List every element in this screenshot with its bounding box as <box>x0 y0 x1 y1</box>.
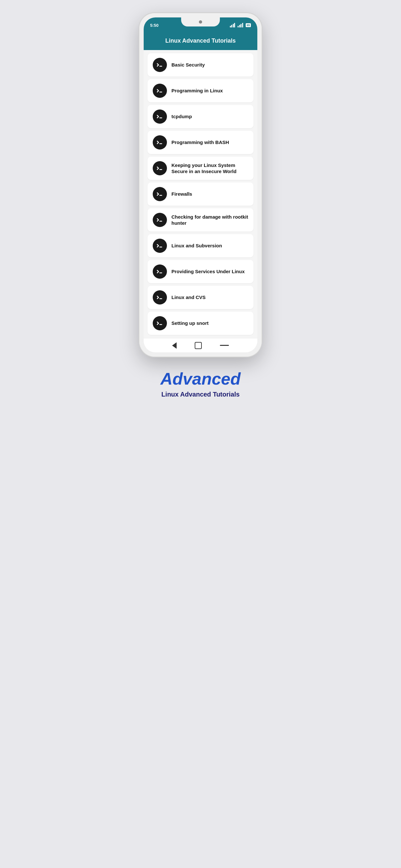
list-item[interactable]: Linux and Subversion <box>148 234 253 257</box>
bar8 <box>242 23 243 27</box>
status-time: 5:50 <box>150 23 158 28</box>
item-label: Checking for damage with rootkit hunter <box>172 214 248 226</box>
terminal-icon <box>153 58 167 72</box>
terminal-icon <box>153 187 167 201</box>
item-label: Programming in Linux <box>172 88 223 94</box>
terminal-icon <box>153 213 167 227</box>
terminal-icon <box>153 290 167 305</box>
app-header: Linux Advanced Tutorials <box>144 33 257 50</box>
item-label: Programming with BASH <box>172 139 229 146</box>
status-icons: 65 <box>230 23 251 27</box>
terminal-icon <box>153 265 167 279</box>
list-item[interactable]: Programming with BASH <box>148 131 253 154</box>
terminal-icon <box>153 239 167 253</box>
terminal-svg <box>156 61 164 69</box>
bottom-section: Advanced Linux Advanced Tutorials <box>154 370 247 398</box>
home-button[interactable] <box>195 342 202 349</box>
item-label: Basic Security <box>172 62 205 68</box>
bar6 <box>239 25 240 27</box>
item-label: Linux and Subversion <box>172 243 222 249</box>
list-item[interactable]: tcpdump <box>148 105 253 128</box>
terminal-icon <box>153 110 167 124</box>
list-item[interactable]: Programming in Linux <box>148 79 253 102</box>
advanced-label: Advanced <box>160 370 241 388</box>
bar3 <box>233 24 234 27</box>
list-item[interactable]: Linux and CVS <box>148 286 253 309</box>
app-title: Linux Advanced Tutorials <box>165 37 236 44</box>
list-item[interactable]: Keeping your Linux System Secure in an I… <box>148 157 253 180</box>
item-label: Setting up snort <box>172 320 209 327</box>
recent-button[interactable] <box>220 345 229 346</box>
page-wrapper: 5:50 <box>126 13 275 398</box>
terminal-svg <box>156 164 164 172</box>
bar4 <box>234 23 235 27</box>
terminal-svg <box>156 268 164 275</box>
item-label: Linux and CVS <box>172 294 206 301</box>
bar7 <box>241 24 242 27</box>
terminal-svg <box>156 216 164 224</box>
list-item[interactable]: Providing Services Under Linux <box>148 260 253 283</box>
item-label: Firewalls <box>172 191 192 197</box>
phone-shell: 5:50 <box>139 13 262 357</box>
terminal-svg <box>156 113 164 120</box>
bar5 <box>238 26 239 27</box>
terminal-svg <box>156 319 164 327</box>
signal-bars-1 <box>230 23 235 27</box>
bottom-nav <box>144 338 257 352</box>
signal-bars-2 <box>238 23 243 27</box>
list-item[interactable]: Firewalls <box>148 182 253 206</box>
terminal-icon <box>153 84 167 98</box>
bar2 <box>231 25 232 27</box>
advanced-subtitle: Linux Advanced Tutorials <box>160 391 241 398</box>
camera-dot <box>199 20 202 24</box>
item-label: Keeping your Linux System Secure in an I… <box>172 162 248 175</box>
list-item[interactable]: Checking for damage with rootkit hunter <box>148 208 253 231</box>
terminal-icon <box>153 161 167 175</box>
item-label: tcpdump <box>172 113 192 120</box>
battery-indicator: 65 <box>246 23 251 27</box>
terminal-icon <box>153 135 167 150</box>
phone-screen: 5:50 <box>144 18 257 352</box>
list-item[interactable]: Setting up snort <box>148 312 253 335</box>
list-item[interactable]: Basic Security <box>148 53 253 76</box>
bar1 <box>230 26 231 27</box>
terminal-svg <box>156 87 164 95</box>
notch-cutout <box>181 18 220 27</box>
terminal-svg <box>156 242 164 250</box>
terminal-icon <box>153 316 167 330</box>
back-button[interactable] <box>172 342 177 349</box>
item-label: Providing Services Under Linux <box>172 268 245 275</box>
terminal-svg <box>156 293 164 301</box>
terminal-svg <box>156 138 164 146</box>
terminal-svg <box>156 190 164 198</box>
status-bar: 5:50 <box>144 18 257 33</box>
list-container: Basic Security Programming in Linux tcpd… <box>144 50 257 338</box>
